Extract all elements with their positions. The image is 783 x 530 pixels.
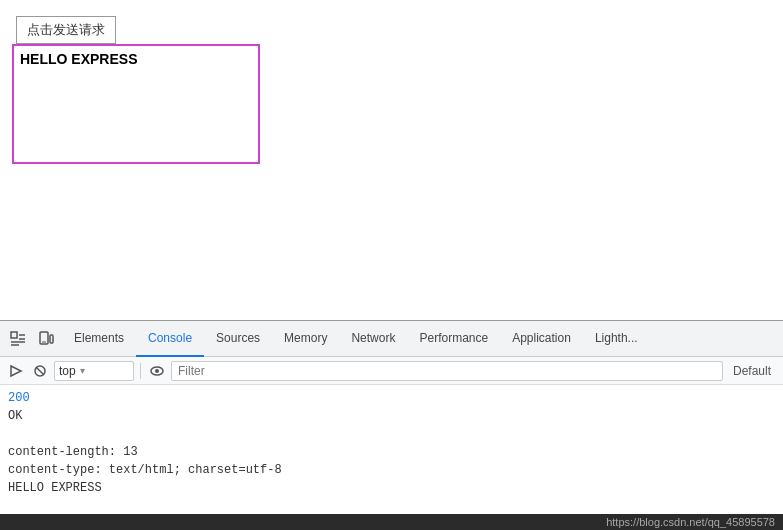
response-text: HELLO EXPRESS [20, 51, 137, 67]
tab-sources[interactable]: Sources [204, 321, 272, 357]
context-selector[interactable]: top ▾ [54, 361, 134, 381]
devtools-panel: Elements Console Sources Memory Network … [0, 320, 783, 530]
tab-lighthouse[interactable]: Lighth... [583, 321, 650, 357]
send-request-button[interactable]: 点击发送请求 [16, 16, 116, 44]
svg-marker-8 [11, 366, 21, 376]
console-line-200: 200 [8, 389, 775, 407]
svg-line-10 [36, 367, 44, 375]
status-url: https://blog.csdn.net/qq_45895578 [606, 516, 775, 528]
devtools-tabs: Elements Console Sources Memory Network … [0, 321, 783, 357]
svg-point-12 [155, 369, 159, 373]
console-line-ok: OK [8, 407, 775, 425]
tab-console[interactable]: Console [136, 321, 204, 357]
tab-elements[interactable]: Elements [62, 321, 136, 357]
device-icon[interactable] [34, 327, 58, 351]
context-arrow: ▾ [80, 365, 85, 376]
context-value: top [59, 364, 76, 378]
svg-rect-0 [11, 332, 17, 338]
status-bar: https://blog.csdn.net/qq_45895578 [0, 514, 783, 530]
devtools-toolbar: top ▾ Default [0, 357, 783, 385]
console-output: 200 OK content-length: 13 content-type: … [0, 385, 783, 514]
browser-page: 点击发送请求 HELLO EXPRESS [0, 0, 783, 320]
tab-application[interactable]: Application [500, 321, 583, 357]
tab-memory[interactable]: Memory [272, 321, 339, 357]
console-line-content-length: content-length: 13 [8, 443, 775, 461]
default-label: Default [727, 364, 777, 378]
filter-input[interactable] [171, 361, 723, 381]
console-line-blank [8, 425, 775, 443]
console-line-hello-express: HELLO EXPRESS [8, 479, 775, 497]
eye-icon[interactable] [147, 361, 167, 381]
tab-performance[interactable]: Performance [407, 321, 500, 357]
toolbar-separator [140, 363, 141, 379]
console-line-content-type: content-type: text/html; charset=utf-8 [8, 461, 775, 479]
svg-rect-6 [50, 335, 53, 343]
inspector-icon[interactable] [6, 327, 30, 351]
clear-console-icon[interactable] [6, 361, 26, 381]
tab-network[interactable]: Network [339, 321, 407, 357]
block-icon[interactable] [30, 361, 50, 381]
response-box: HELLO EXPRESS [12, 44, 260, 164]
